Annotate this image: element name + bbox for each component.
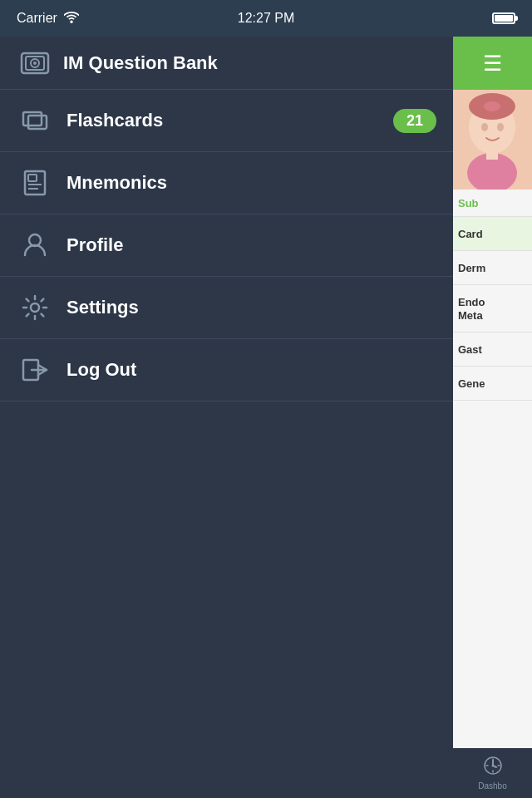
svg-rect-20 xyxy=(486,150,498,160)
svg-point-11 xyxy=(31,303,39,312)
sidebar-item-logout[interactable]: Log Out xyxy=(0,339,453,401)
baby-svg xyxy=(453,90,532,190)
flashcards-icon xyxy=(17,102,53,139)
dashboard-label: Dashbo xyxy=(478,781,506,791)
profile-image xyxy=(453,90,532,190)
svg-point-21 xyxy=(484,101,500,111)
app-title: IM Question Bank xyxy=(63,52,218,74)
subject-item-gast[interactable]: Gast xyxy=(453,332,532,367)
flashcards-badge: 21 xyxy=(393,109,436,133)
subject-list-header: Sub xyxy=(453,190,532,217)
sidebar-item-mnemonics[interactable]: Mnemonics xyxy=(0,152,453,214)
profile-label: Profile xyxy=(66,234,436,256)
mnemonics-label: Mnemonics xyxy=(66,172,436,194)
app-logo-icon xyxy=(20,48,50,78)
profile-icon xyxy=(17,227,53,264)
status-bar-left: Carrier xyxy=(17,11,79,26)
logout-icon xyxy=(17,352,53,388)
main-layout: IM Question Bank Flashcards 21 xyxy=(0,37,532,798)
svg-point-3 xyxy=(33,62,37,65)
tab-bar: Dashbo xyxy=(0,748,532,798)
battery-icon xyxy=(492,12,515,24)
flashcards-label: Flashcards xyxy=(66,110,393,131)
sidebar-item-flashcards[interactable]: Flashcards 21 xyxy=(0,90,453,152)
subject-item-gene[interactable]: Gene xyxy=(453,367,532,401)
carrier-label: Carrier xyxy=(17,11,57,26)
subject-item-endo[interactable]: EndoMeta xyxy=(453,285,532,332)
app-header-icon xyxy=(17,45,53,81)
svg-point-18 xyxy=(497,123,504,131)
status-bar-time: 12:27 PM xyxy=(238,11,294,26)
right-panel: ☰ xyxy=(453,37,532,798)
tab-item-dashboard[interactable]: Dashbo xyxy=(453,748,532,798)
svg-rect-4 xyxy=(23,112,42,126)
app-header: IM Question Bank xyxy=(0,37,453,90)
mnemonics-icon xyxy=(17,165,53,201)
logout-label: Log Out xyxy=(66,359,436,381)
svg-point-17 xyxy=(481,123,488,131)
sidebar-item-profile[interactable]: Profile xyxy=(0,214,453,277)
subject-item-derm[interactable]: Derm xyxy=(453,251,532,285)
baby-image-inner xyxy=(453,90,532,190)
svg-rect-7 xyxy=(28,175,37,181)
svg-rect-5 xyxy=(28,116,47,129)
sidebar-drawer: IM Question Bank Flashcards 21 xyxy=(0,37,453,798)
settings-icon xyxy=(17,289,53,326)
sidebar-item-settings[interactable]: Settings xyxy=(0,277,453,339)
wifi-icon xyxy=(64,12,79,26)
settings-label: Settings xyxy=(66,297,436,318)
dashboard-icon xyxy=(483,756,503,780)
subject-item-card[interactable]: Card xyxy=(453,217,532,251)
hamburger-icon: ☰ xyxy=(483,52,502,74)
right-panel-header[interactable]: ☰ xyxy=(453,37,532,90)
battery-fill xyxy=(495,15,513,22)
svg-point-23 xyxy=(491,765,494,767)
status-bar: Carrier 12:27 PM xyxy=(0,0,532,37)
status-bar-right xyxy=(492,12,515,24)
